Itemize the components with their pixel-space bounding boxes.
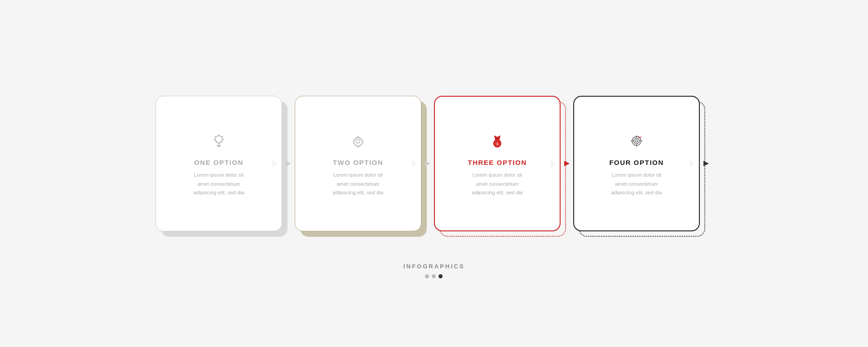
arrow-1 (280, 155, 297, 172)
step-4-wrapper: FOUR OPTION Lorem ipsum dolor sit amet c… (573, 96, 712, 231)
gear-icon (350, 133, 366, 149)
step-4-card: FOUR OPTION Lorem ipsum dolor sit amet c… (573, 96, 700, 231)
arrow-2-icon (423, 159, 432, 168)
step-2-title: TWO OPTION (333, 159, 383, 166)
arrow-3 (559, 155, 575, 172)
footer: INFOGRAPHICS (403, 263, 465, 278)
svg-line-7 (222, 136, 223, 137)
svg-line-3 (221, 141, 222, 142)
step-1-card: ONE OPTION Lorem ipsum dolor sit amet co… (156, 96, 282, 231)
target-icon (628, 133, 645, 149)
step-1-icon-area (208, 130, 230, 152)
arrow-4-icon (702, 159, 711, 168)
step-4-title: FOUR OPTION (609, 159, 664, 166)
arrow-4 (698, 155, 714, 172)
svg-text:1: 1 (496, 142, 499, 146)
svg-marker-10 (286, 161, 291, 166)
step-1-wrapper: ONE OPTION Lorem ipsum dolor sit amet co… (156, 96, 295, 231)
svg-point-18 (634, 138, 640, 144)
step-2-wrapper: TWO OPTION Lorem ipsum dolor sit amet co… (295, 96, 434, 231)
step-3-body: Lorem ipsum dolor sit amet consectetuer … (472, 171, 523, 197)
svg-marker-16 (564, 161, 570, 166)
step-3-icon-area: 1 (486, 130, 509, 152)
step-2-icon-area (347, 130, 369, 152)
step-3-card: 1 THREE OPTION Lorem ipsum dolor sit ame… (434, 96, 561, 231)
svg-line-2 (217, 141, 217, 142)
step-3-title: THREE OPTION (468, 159, 527, 166)
svg-point-11 (356, 139, 360, 143)
dot-2 (432, 274, 436, 278)
step-4-body: Lorem ipsum dolor sit amet consectetuer … (611, 171, 662, 197)
step-2-container: TWO OPTION Lorem ipsum dolor sit amet co… (295, 96, 421, 231)
footer-dots (425, 274, 443, 278)
svg-marker-12 (425, 161, 430, 166)
step-3-wrapper: 1 THREE OPTION Lorem ipsum dolor sit ame… (434, 96, 573, 231)
svg-point-0 (215, 136, 222, 143)
step-2-body: Lorem ipsum dolor sit amet consectetuer … (333, 171, 384, 197)
medal-icon: 1 (489, 133, 505, 149)
svg-marker-24 (703, 161, 709, 166)
step-4-icon-area (625, 130, 648, 152)
arrow-3-icon (562, 159, 571, 168)
svg-point-19 (635, 140, 637, 142)
step-1-container: ONE OPTION Lorem ipsum dolor sit amet co… (156, 96, 282, 231)
step-4-container: FOUR OPTION Lorem ipsum dolor sit amet c… (573, 96, 700, 231)
svg-line-6 (215, 136, 216, 137)
infographic-container: ONE OPTION Lorem ipsum dolor sit amet co… (119, 69, 749, 249)
dot-1 (425, 274, 429, 278)
lightbulb-icon (211, 133, 227, 149)
arrow-1-icon (284, 159, 293, 168)
arrow-2 (420, 155, 436, 172)
step-3-container: 1 THREE OPTION Lorem ipsum dolor sit ame… (434, 96, 561, 231)
step-1-body: Lorem ipsum dolor sit amet consectetuer … (193, 171, 245, 197)
step-1-title: ONE OPTION (194, 159, 243, 166)
step-2-card: TWO OPTION Lorem ipsum dolor sit amet co… (295, 96, 421, 231)
footer-title: INFOGRAPHICS (403, 263, 465, 270)
dot-3 (439, 274, 443, 278)
